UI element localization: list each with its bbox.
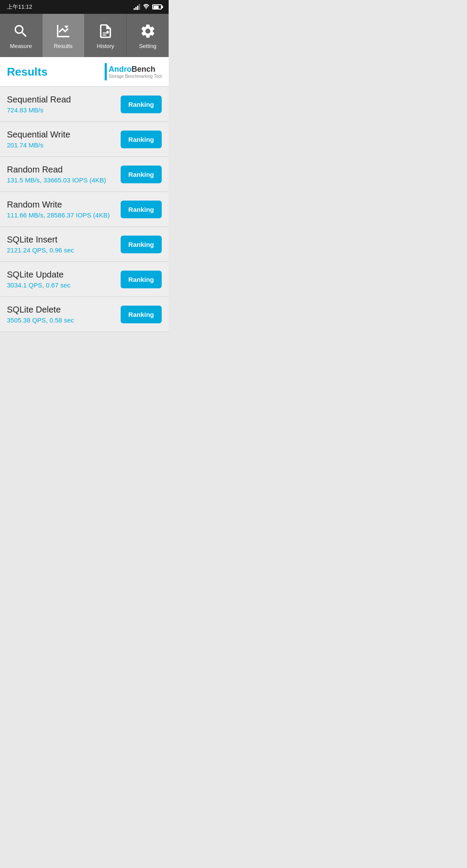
ranking-button[interactable]: Ranking bbox=[121, 96, 162, 113]
result-name: Random Read bbox=[7, 165, 121, 175]
svg-point-0 bbox=[146, 8, 147, 9]
chart-icon bbox=[54, 22, 72, 40]
result-value: 3505.38 QPS, 0.58 sec bbox=[7, 316, 121, 324]
brand-name-bench: Bench bbox=[131, 65, 155, 73]
nav-tabs: Measure Results History bbox=[0, 14, 169, 57]
table-row: Sequential Write201.74 MB/sRanking bbox=[0, 122, 169, 157]
brand-bar-accent bbox=[105, 63, 107, 80]
brand-logo: AndroBench Storage Benchmarking Tool bbox=[105, 63, 162, 80]
search-icon bbox=[12, 22, 30, 40]
signal-icon bbox=[134, 4, 140, 10]
table-row: Sequential Read724.83 MB/sRanking bbox=[0, 87, 169, 122]
results-heading: Results bbox=[7, 65, 48, 79]
ranking-button[interactable]: Ranking bbox=[121, 166, 162, 183]
result-name: Sequential Write bbox=[7, 130, 121, 140]
result-value: 3034.1 QPS, 0.67 sec bbox=[7, 281, 121, 289]
result-name: Random Write bbox=[7, 200, 121, 210]
table-row: SQLite Delete3505.38 QPS, 0.58 secRankin… bbox=[0, 297, 169, 332]
document-icon bbox=[96, 22, 115, 40]
brand-name-andro: Andro bbox=[109, 65, 131, 73]
ranking-button[interactable]: Ranking bbox=[121, 131, 162, 148]
status-time: 上午11:12 bbox=[7, 3, 32, 11]
result-name: SQLite Delete bbox=[7, 305, 121, 315]
table-row: SQLite Insert2121.24 QPS, 0.96 secRankin… bbox=[0, 227, 169, 262]
result-value: 111.66 MB/s, 28586.37 IOPS (4KB) bbox=[7, 211, 121, 219]
brand-subtitle: Storage Benchmarking Tool bbox=[109, 74, 162, 79]
result-info: SQLite Update3034.1 QPS, 0.67 sec bbox=[7, 270, 121, 289]
result-info: SQLite Delete3505.38 QPS, 0.58 sec bbox=[7, 305, 121, 324]
result-name: Sequential Read bbox=[7, 95, 121, 105]
ranking-button[interactable]: Ranking bbox=[121, 306, 162, 323]
table-row: Random Read131.5 MB/s, 33665.03 IOPS (4K… bbox=[0, 157, 169, 192]
result-name: SQLite Insert bbox=[7, 235, 121, 245]
result-info: Random Read131.5 MB/s, 33665.03 IOPS (4K… bbox=[7, 165, 121, 184]
brand-text: AndroBench Storage Benchmarking Tool bbox=[109, 65, 162, 79]
results-header: Results AndroBench Storage Benchmarking … bbox=[0, 57, 169, 87]
brand-name: AndroBench bbox=[109, 65, 162, 74]
ranking-button[interactable]: Ranking bbox=[121, 201, 162, 218]
gear-icon bbox=[139, 22, 157, 40]
result-info: SQLite Insert2121.24 QPS, 0.96 sec bbox=[7, 235, 121, 254]
table-row: Random Write111.66 MB/s, 28586.37 IOPS (… bbox=[0, 192, 169, 227]
tab-history[interactable]: History bbox=[85, 14, 127, 57]
wifi-icon bbox=[143, 3, 150, 11]
tab-setting-label: Setting bbox=[139, 43, 156, 49]
result-value: 2121.24 QPS, 0.96 sec bbox=[7, 246, 121, 254]
result-value: 131.5 MB/s, 33665.03 IOPS (4KB) bbox=[7, 176, 121, 184]
tab-results[interactable]: Results bbox=[42, 14, 85, 57]
result-name: SQLite Update bbox=[7, 270, 121, 280]
tab-setting[interactable]: Setting bbox=[127, 14, 169, 57]
battery-icon bbox=[152, 4, 162, 10]
tab-history-label: History bbox=[97, 43, 114, 49]
result-info: Sequential Write201.74 MB/s bbox=[7, 130, 121, 149]
result-info: Random Write111.66 MB/s, 28586.37 IOPS (… bbox=[7, 200, 121, 219]
status-bar: 上午11:12 bbox=[0, 0, 169, 14]
results-list: Sequential Read724.83 MB/sRankingSequent… bbox=[0, 87, 169, 332]
status-icons bbox=[134, 3, 162, 11]
result-info: Sequential Read724.83 MB/s bbox=[7, 95, 121, 114]
table-row: SQLite Update3034.1 QPS, 0.67 secRanking bbox=[0, 262, 169, 297]
tab-results-label: Results bbox=[54, 43, 72, 49]
ranking-button[interactable]: Ranking bbox=[121, 271, 162, 288]
result-value: 201.74 MB/s bbox=[7, 141, 121, 149]
result-value: 724.83 MB/s bbox=[7, 106, 121, 114]
ranking-button[interactable]: Ranking bbox=[121, 236, 162, 253]
tab-measure-label: Measure bbox=[10, 43, 32, 49]
tab-measure[interactable]: Measure bbox=[0, 14, 42, 57]
